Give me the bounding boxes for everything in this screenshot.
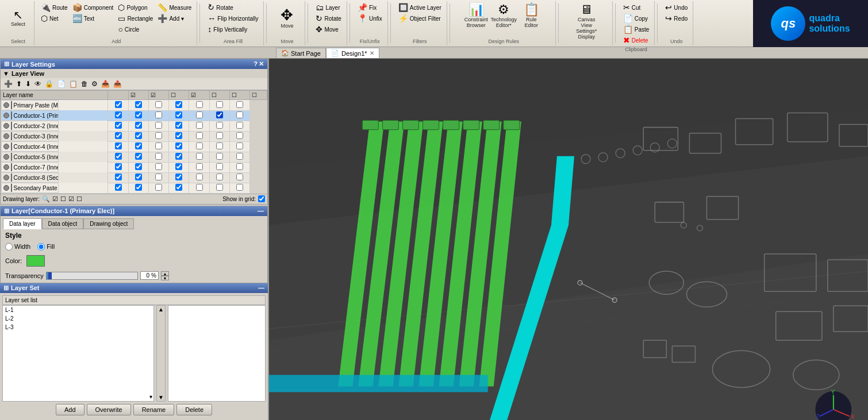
- layer-checkbox[interactable]: [216, 174, 223, 180]
- tab-data-layer[interactable]: Data layer: [3, 218, 42, 229]
- layer-list-item-l3[interactable]: L-3: [3, 323, 153, 332]
- canvas-settings-btn[interactable]: 🖥 Canvas ViewSettings*Display: [572, 2, 601, 41]
- layers-scroll[interactable]: Layer name ☑ ☑ ☐ ☑ ☐ ☐ ☐ Primary Paste (…: [1, 90, 267, 194]
- layer-checkbox[interactable]: [115, 163, 122, 170]
- add-btn[interactable]: ➕ Add ▾: [156, 13, 193, 24]
- unfix-btn[interactable]: 📍 Unfix: [356, 13, 384, 24]
- radio-fill-input[interactable]: [37, 243, 45, 251]
- dl-icon2[interactable]: ☑: [52, 195, 58, 203]
- layer-check-cell[interactable]: [209, 110, 229, 121]
- select-button[interactable]: ↖ Select: [7, 2, 30, 34]
- layer-checkbox[interactable]: [135, 174, 142, 180]
- dl-icon1[interactable]: 🔍: [42, 195, 50, 203]
- layer-check-cell[interactable]: [209, 100, 229, 111]
- layer-check-cell[interactable]: [108, 152, 128, 162]
- layer-checkbox[interactable]: [216, 163, 223, 170]
- layer-checkbox[interactable]: [216, 184, 223, 191]
- layer-check-cell[interactable]: [189, 110, 209, 121]
- layer-check-cell[interactable]: [189, 100, 209, 111]
- layer-check-cell[interactable]: [128, 121, 148, 131]
- layer-checkbox[interactable]: [175, 163, 182, 170]
- layer-checkbox[interactable]: [236, 153, 243, 160]
- layer-list-item-l1[interactable]: L-1: [3, 306, 153, 314]
- layer-check-cell[interactable]: [209, 131, 229, 141]
- layer-checkbox[interactable]: [236, 111, 243, 118]
- overwrite-button[interactable]: Overwrite: [87, 404, 131, 415]
- layer-checkbox[interactable]: [196, 153, 203, 160]
- layer-row[interactable]: Conductor-2 (Inne: [1, 121, 267, 131]
- lv-eye-icon[interactable]: 👁: [33, 79, 43, 88]
- layer-row[interactable]: Conductor-3 (Inne: [1, 131, 267, 141]
- layer-check-cell[interactable]: [108, 100, 128, 111]
- layer-color-box[interactable]: [11, 122, 12, 130]
- layer-checkbox[interactable]: [196, 122, 203, 129]
- radio-width[interactable]: Width: [5, 243, 30, 251]
- layer-checkbox[interactable]: [155, 111, 162, 118]
- layer-checkbox[interactable]: [115, 122, 122, 129]
- radio-width-input[interactable]: [5, 243, 13, 251]
- layer-checkbox[interactable]: [236, 132, 243, 139]
- lv-delete-icon[interactable]: 🗑: [80, 79, 89, 88]
- constraint-browser-btn[interactable]: 📊 ConstraintBrowser: [463, 2, 489, 29]
- add-button[interactable]: Add: [56, 404, 85, 415]
- layer-list-dropdown[interactable]: ▾: [149, 394, 152, 400]
- radio-fill[interactable]: Fill: [37, 243, 55, 251]
- layer-checkbox[interactable]: [115, 153, 122, 160]
- layer-check-cell[interactable]: [128, 152, 148, 162]
- layer-checkbox[interactable]: [155, 174, 162, 180]
- layer-checkbox[interactable]: [135, 101, 142, 108]
- layer-checkbox[interactable]: [155, 153, 162, 160]
- layer-check-cell[interactable]: [169, 141, 189, 152]
- scroll-down-arrow[interactable]: ▼: [158, 394, 164, 400]
- layer-color-box[interactable]: [11, 111, 12, 120]
- layer-color-box[interactable]: [11, 163, 12, 171]
- polygon-btn[interactable]: ⬡ Polygon: [116, 2, 155, 13]
- layer-checkbox[interactable]: [135, 132, 142, 139]
- lv-settings-icon[interactable]: ⚙: [90, 79, 99, 88]
- layer-check-cell[interactable]: [209, 172, 229, 183]
- rule-editor-btn[interactable]: 📋 RuleEditor: [519, 2, 544, 29]
- layer-check-cell[interactable]: [128, 172, 148, 183]
- layer-check-cell[interactable]: [148, 131, 168, 141]
- show-in-grid-checkbox[interactable]: [258, 195, 265, 202]
- layer-checkbox[interactable]: [115, 132, 122, 139]
- layer-color-box[interactable]: [11, 101, 12, 109]
- layer-check-cell[interactable]: [229, 152, 249, 162]
- layer-checkbox[interactable]: [115, 184, 122, 191]
- text-btn[interactable]: 🔤 Text: [71, 13, 116, 24]
- rotate2-btn[interactable]: ↻ Rotate: [314, 13, 343, 24]
- dl-icon3[interactable]: ☐: [60, 195, 66, 203]
- layer-check-cell[interactable]: [169, 172, 189, 183]
- layer-row[interactable]: Primary Paste (Me: [1, 100, 267, 111]
- layer-checkbox[interactable]: [196, 142, 203, 149]
- layer-checkbox[interactable]: [196, 184, 203, 191]
- layer-checkbox[interactable]: [175, 101, 182, 108]
- layer-check-cell[interactable]: [209, 141, 229, 152]
- layer-check-cell[interactable]: [148, 121, 168, 131]
- layer-checkbox[interactable]: [175, 122, 182, 129]
- layer-checkbox[interactable]: [236, 101, 243, 108]
- copy-btn[interactable]: 📄 Copy: [621, 13, 651, 24]
- layer-checkbox[interactable]: [196, 101, 203, 108]
- layer-checkbox[interactable]: [135, 184, 142, 191]
- layer-check-cell[interactable]: [229, 121, 249, 131]
- layer-checkbox[interactable]: [216, 111, 223, 118]
- layer-color-box[interactable]: [11, 153, 12, 161]
- layer-check-cell[interactable]: [229, 172, 249, 183]
- layer-checkbox[interactable]: [196, 163, 203, 170]
- layer-check-cell[interactable]: [169, 183, 189, 193]
- rectangle-btn[interactable]: ▭ Rectangle: [116, 13, 155, 24]
- stepper-down[interactable]: ▼: [161, 276, 169, 280]
- layer-checkbox[interactable]: [135, 163, 142, 170]
- lv-add-icon[interactable]: ➕: [3, 79, 14, 88]
- layer-check-cell[interactable]: [189, 172, 209, 183]
- layer-check-cell[interactable]: [148, 100, 168, 111]
- lv-export-icon[interactable]: 📤: [112, 79, 123, 88]
- color-swatch[interactable]: [26, 255, 45, 267]
- layer-check-cell[interactable]: [108, 141, 128, 152]
- layer-checkbox[interactable]: [175, 174, 182, 180]
- layer-settings-help-icon[interactable]: ?: [254, 60, 258, 68]
- layer-check-cell[interactable]: [229, 110, 249, 121]
- tab-data-object[interactable]: Data object: [42, 218, 84, 229]
- rename-button[interactable]: Rename: [133, 404, 175, 415]
